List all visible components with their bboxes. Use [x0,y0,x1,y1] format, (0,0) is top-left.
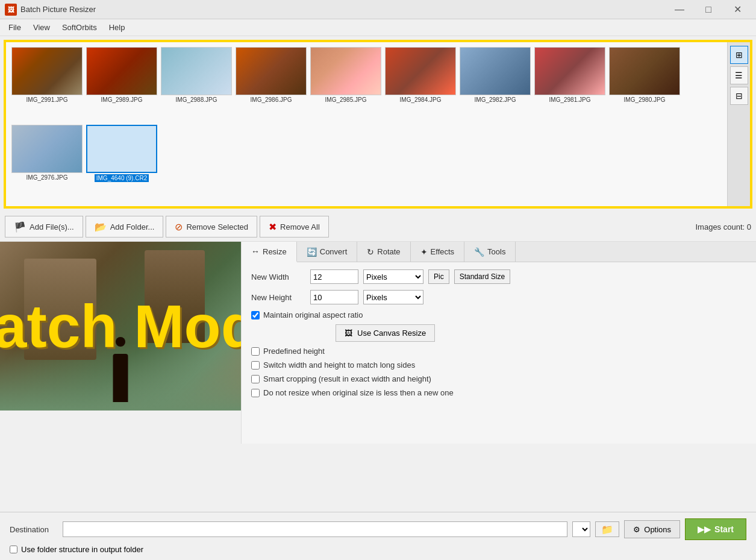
list-item[interactable]: IMG_2989.JPG [86,47,158,122]
minimize-button[interactable]: — [666,0,693,19]
options-button[interactable]: ⚙ Options [624,520,680,538]
tab-convert[interactable]: 🔄 Convert [297,242,358,262]
list-item[interactable]: IMG_2991.JPG [11,47,83,122]
images-count: Images count: 0 [695,222,751,231]
remove-all-button[interactable]: ✖ Remove All [260,216,329,238]
thumbnail-image [11,125,83,173]
thumbnail-label: IMG_2980.JPG [624,96,666,103]
list-item[interactable]: IMG_2976.JPG [11,125,83,201]
no-resize-smaller-row: Do not resize when original size is less… [251,388,746,397]
maintain-aspect-row: Maintain original aspect ratio [251,310,746,319]
titlebar-controls: — □ ✕ [666,0,751,19]
list-item[interactable]: IMG_2984.JPG [384,47,457,122]
rotate-tab-icon: ↻ [367,247,374,257]
unit-select-height[interactable]: Pixels Percent cm mm inches [363,290,423,304]
thumbnail-image [86,47,157,95]
app-icon: 🖼 [5,4,17,16]
thumbnail-image [11,47,83,95]
smart-crop-label: Smart cropping (result in exact width an… [263,374,431,383]
convert-tab-icon: 🔄 [307,247,317,257]
tools-tab-label: Tools [487,247,505,256]
destination-dropdown[interactable] [572,521,590,537]
destination-input[interactable] [63,521,567,537]
destination-label: Destination [10,525,58,534]
bottom-bar: Destination 📁 ⚙ Options ▶▶ Start Use fol… [0,512,756,560]
thumbnail-image [161,47,232,95]
start-button[interactable]: ▶▶ Start [685,518,746,540]
images-count-value: 0 [747,222,751,231]
thumbnail-label: IMG_4640 (9).CR2 [95,174,149,182]
menu-file[interactable]: File [2,20,27,34]
tab-tools[interactable]: 🔧 Tools [464,242,516,262]
image-grid[interactable]: IMG_2991.JPGIMG_2989.JPGIMG_2988.JPGIMG_… [6,42,750,206]
remove-selected-button[interactable]: ⊘ Remove Selected [166,216,257,238]
toolbar: 🏴 Add File(s)... 📂 Add Folder... ⊘ Remov… [0,212,756,242]
menu-softorbits[interactable]: SoftOrbits [56,20,103,34]
canvas-resize-label: Use Canvas Resize [357,329,426,338]
list-item[interactable]: IMG_2988.JPG [160,47,233,122]
new-width-input[interactable] [310,269,358,284]
image-panel-wrapper: IMG_2991.JPGIMG_2989.JPGIMG_2988.JPGIMG_… [0,36,756,212]
standard-size-button[interactable]: Standard Size [454,269,510,284]
main-area: Batch Mode ↔ Resize 🔄 Convert ↻ Rotate ✦… [0,242,756,444]
thumbnail-label: IMG_2982.JPG [475,96,516,103]
tab-resize[interactable]: ↔ Resize [242,242,297,262]
new-width-row: New Width Pixels Percent cm mm inches Pi… [251,269,746,284]
thumbnail-label: IMG_2976.JPG [27,174,68,181]
list-item[interactable]: IMG_2982.JPG [459,47,531,122]
maintain-aspect-checkbox[interactable] [251,311,260,319]
remove-all-icon: ✖ [269,221,276,233]
rotate-tab-label: Rotate [377,247,400,256]
convert-tab-label: Convert [320,247,348,256]
maximize-button[interactable]: □ [695,0,722,19]
new-height-input[interactable] [310,290,358,304]
list-item[interactable]: IMG_2981.JPG [534,47,606,122]
browse-folder-button[interactable]: 📁 [595,521,619,537]
list-item[interactable]: IMG_2980.JPG [608,47,681,122]
no-resize-smaller-checkbox[interactable] [251,389,260,397]
folder-structure-checkbox[interactable] [10,546,17,553]
switch-dimensions-checkbox[interactable] [251,361,260,370]
menu-view[interactable]: View [27,20,56,34]
switch-dimensions-row: Switch width and height to match long si… [251,360,746,370]
form-content: New Width Pixels Percent cm mm inches Pi… [242,262,756,409]
titlebar: 🖼 Batch Picture Resizer — □ ✕ [0,0,756,19]
preview-image: Batch Mode [0,242,241,411]
add-files-icon: 🏴 [14,221,26,233]
add-folder-button[interactable]: 📂 Add Folder... [86,216,164,238]
view-grid-button[interactable]: ⊟ [730,87,748,105]
add-folder-label: Add Folder... [110,222,155,231]
list-item[interactable]: IMG_2985.JPG [310,47,382,122]
switch-dimensions-label: Switch width and height to match long si… [263,360,415,370]
smart-crop-checkbox[interactable] [251,375,260,383]
images-count-label: Images count: [695,222,745,231]
canvas-resize-button[interactable]: 🖼 Use Canvas Resize [336,324,435,342]
unit-select-width[interactable]: Pixels Percent cm mm inches [363,269,423,284]
list-item[interactable]: IMG_4640 (9).CR2 [86,125,158,201]
new-height-row: New Height Pixels Percent cm mm inches [251,290,746,304]
thumbnail-image [609,47,680,95]
remove-selected-label: Remove Selected [186,222,248,231]
tab-effects[interactable]: ✦ Effects [411,242,465,262]
list-item[interactable]: IMG_2986.JPG [235,47,307,122]
menu-help[interactable]: Help [103,20,131,34]
new-width-label: New Width [251,272,305,282]
menubar: File View SoftOrbits Help [0,19,756,36]
view-list-button[interactable]: ☰ [730,66,748,84]
tab-rotate[interactable]: ↻ Rotate [357,242,410,262]
view-thumbnails-button[interactable]: ⊞ [730,46,748,64]
start-icon: ▶▶ [698,524,711,534]
pick-button[interactable]: Pic [428,269,449,284]
effects-tab-icon: ✦ [420,247,428,257]
close-button[interactable]: ✕ [723,0,751,19]
thumbnail-label: IMG_2989.JPG [101,96,143,103]
preview-bg [0,242,241,411]
thumbnail-label: IMG_2984.JPG [400,96,442,103]
thumbnail-label: IMG_2986.JPG [251,96,292,103]
image-panel: IMG_2991.JPGIMG_2989.JPGIMG_2988.JPGIMG_… [4,40,752,209]
tools-tab-icon: 🔧 [474,247,484,257]
add-folder-icon: 📂 [95,221,107,233]
predefined-height-checkbox[interactable] [251,347,260,356]
add-files-button[interactable]: 🏴 Add File(s)... [5,216,83,238]
options-icon: ⚙ [633,525,640,534]
